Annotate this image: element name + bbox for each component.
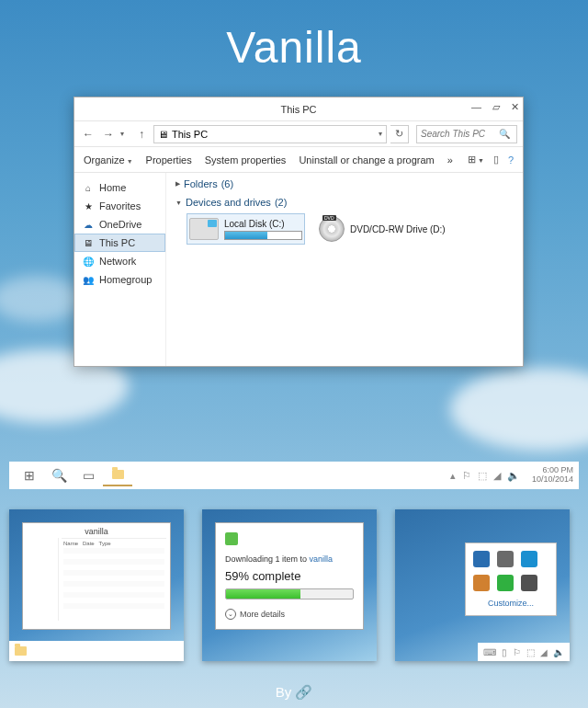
home-icon: ⌂ xyxy=(82,181,95,194)
drive-local-disk-c[interactable]: Local Disk (C:) xyxy=(187,213,305,245)
tray-app-icon[interactable] xyxy=(521,575,537,591)
tray-glyph[interactable]: 🔈 xyxy=(553,647,564,657)
chevron-down-icon: ⌄ xyxy=(225,609,236,620)
download-percent: 59% complete xyxy=(225,569,354,583)
folders-section-header[interactable]: ▶ Folders (6) xyxy=(175,178,514,189)
disk-usage-bar xyxy=(224,231,302,240)
action-center-icon[interactable]: ⚐ xyxy=(462,470,471,482)
help-button[interactable]: ? xyxy=(508,154,514,166)
taskbar-search[interactable]: 🔍 xyxy=(44,464,74,486)
sidebar-item-this-pc[interactable]: 🖥This PC xyxy=(74,234,165,252)
drives-section-header[interactable]: ▼ Devices and drives (2) xyxy=(175,197,514,208)
window-title: This PC xyxy=(280,104,316,115)
mini-title: vanilla xyxy=(27,527,166,536)
mini-window: Downloading 1 item to vanilla 59% comple… xyxy=(215,522,364,630)
preview-tray-popup: Customize... ⌨▯⚐⬚◢🔈 xyxy=(395,509,570,661)
tray-glyph[interactable]: ⌨ xyxy=(483,647,496,657)
breadcrumb-dropdown[interactable]: ▾ xyxy=(379,130,382,138)
back-button[interactable]: ← xyxy=(80,126,96,143)
mini-tray: ⌨▯⚐⬚◢🔈 xyxy=(478,643,570,661)
drive-label: Local Disk (C:) xyxy=(224,219,302,229)
tray-overflow-icon[interactable]: ▴ xyxy=(450,470,456,482)
sidebar-item-favorites[interactable]: ★Favorites xyxy=(74,197,165,215)
tray-icons-grid xyxy=(473,551,548,591)
minimize-button[interactable]: — xyxy=(471,101,481,113)
history-dropdown[interactable]: ▾ xyxy=(120,130,130,138)
maximize-button[interactable]: ▱ xyxy=(492,101,500,113)
tray-app-icon[interactable] xyxy=(497,551,514,567)
search-box[interactable]: 🔍 xyxy=(416,125,517,143)
mini-window: vanilla Name Date Type xyxy=(22,522,171,630)
theme-title: Vanilla xyxy=(0,0,588,73)
tray-app-icon[interactable] xyxy=(473,551,490,567)
forward-button[interactable]: → xyxy=(100,126,117,143)
titlebar[interactable]: This PC — ▱ ✕ xyxy=(74,97,523,121)
sidebar-item-label: OneDrive xyxy=(99,219,141,230)
system-tray: ▴ ⚐ ⬚ ◢ 🔈 6:00 PM 10/10/2014 xyxy=(450,466,573,485)
cloud-icon: ☁ xyxy=(82,218,95,231)
sidebar-item-label: Home xyxy=(99,182,126,193)
wifi-icon[interactable]: ◢ xyxy=(493,470,501,482)
uninstall-button[interactable]: Uninstall or change a program xyxy=(299,154,434,166)
tray-overflow-popup: Customize... xyxy=(465,542,557,616)
search-icon[interactable]: 🔍 xyxy=(499,129,510,139)
search-input[interactable] xyxy=(421,129,499,139)
sidebar-item-homegroup[interactable]: 👥Homegroup xyxy=(74,270,165,289)
sidebar-item-label: Homegroup xyxy=(99,274,152,285)
footer: By🔗 xyxy=(0,684,588,701)
taskbar-explorer[interactable] xyxy=(103,464,132,486)
tray-glyph[interactable]: ⬚ xyxy=(526,647,535,657)
toolbar-overflow[interactable]: » xyxy=(447,154,453,166)
section-label: Devices and drives xyxy=(186,197,271,208)
sidebar-item-network[interactable]: 🌐Network xyxy=(74,252,165,270)
tray-app-icon[interactable] xyxy=(473,575,490,591)
sidebar: ⌂Home ★Favorites ☁OneDrive 🖥This PC 🌐Net… xyxy=(74,173,166,366)
link-icon[interactable]: 🔗 xyxy=(295,684,312,700)
sidebar-item-onedrive[interactable]: ☁OneDrive xyxy=(74,215,165,234)
taskbar: ⊞ 🔍 ▭ ▴ ⚐ ⬚ ◢ 🔈 6:00 PM 10/10/2014 xyxy=(9,462,579,489)
up-button[interactable]: ↑ xyxy=(133,126,150,143)
sidebar-item-label: This PC xyxy=(99,237,135,248)
taskbar-clock[interactable]: 6:00 PM 10/10/2014 xyxy=(532,466,573,485)
sidebar-item-label: Network xyxy=(99,256,136,267)
content-pane: ▶ Folders (6) ▼ Devices and drives (2) L… xyxy=(166,173,523,366)
preview-explorer: vanilla Name Date Type xyxy=(9,509,184,661)
clock-date: 10/10/2014 xyxy=(532,475,573,485)
network-icon[interactable]: ⬚ xyxy=(478,470,487,482)
view-options[interactable]: ⊞▼ xyxy=(468,154,484,166)
preview-thumbnails: vanilla Name Date Type Downloading 1 ite… xyxy=(9,509,570,661)
tray-glyph[interactable]: ▯ xyxy=(502,647,507,657)
sidebar-item-home[interactable]: ⌂Home xyxy=(74,178,165,197)
tray-app-icon[interactable] xyxy=(521,551,537,567)
tray-glyph[interactable]: ◢ xyxy=(540,647,548,657)
sidebar-item-label: Favorites xyxy=(99,200,141,211)
start-button[interactable]: ⊞ xyxy=(15,464,44,486)
toolbar: Organize▼ Properties System properties U… xyxy=(74,147,523,173)
preview-download-dialog: Downloading 1 item to vanilla 59% comple… xyxy=(202,509,377,661)
close-button[interactable]: ✕ xyxy=(511,101,519,113)
download-text: Downloading 1 item to vanilla xyxy=(225,554,354,564)
dvd-icon: DVD xyxy=(319,216,345,242)
progress-bar xyxy=(225,588,354,600)
folder-icon xyxy=(112,470,124,479)
drive-dvd-d[interactable]: DVD DVD/CD-RW Drive (D:) xyxy=(316,213,448,245)
preview-pane-button[interactable]: ▯ xyxy=(493,154,499,166)
drive-label: DVD/CD-RW Drive (D:) xyxy=(350,224,446,234)
tray-glyph[interactable]: ⚐ xyxy=(513,647,521,657)
section-count: (6) xyxy=(221,178,233,189)
refresh-button[interactable]: ↻ xyxy=(390,125,409,143)
hdd-icon xyxy=(189,218,219,240)
organize-menu[interactable]: Organize▼ xyxy=(84,154,133,166)
address-bar: ← → ▾ ↑ 🖥 This PC ▾ ↻ 🔍 xyxy=(74,121,523,147)
breadcrumb[interactable]: 🖥 This PC ▾ xyxy=(153,125,387,143)
customize-link[interactable]: Customize... xyxy=(473,599,548,608)
more-details-toggle[interactable]: ⌄More details xyxy=(225,609,354,620)
section-count: (2) xyxy=(275,197,287,208)
task-view-button[interactable]: ▭ xyxy=(74,464,103,486)
volume-icon[interactable]: 🔈 xyxy=(507,470,520,482)
system-properties-button[interactable]: System properties xyxy=(205,154,287,166)
pc-icon: 🖥 xyxy=(82,236,95,249)
properties-button[interactable]: Properties xyxy=(146,154,192,166)
star-icon: ★ xyxy=(82,200,95,212)
tray-app-icon[interactable] xyxy=(497,575,514,591)
